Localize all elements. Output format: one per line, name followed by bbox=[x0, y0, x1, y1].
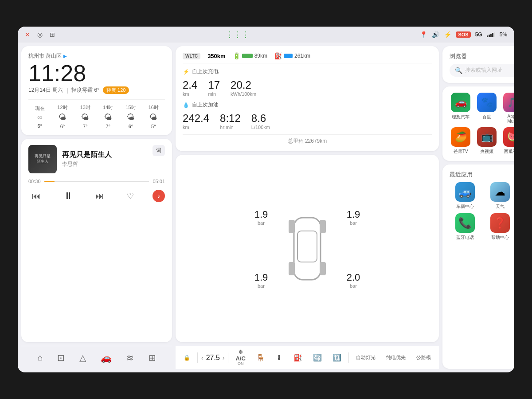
app-icon-status[interactable]: ⊞ bbox=[50, 31, 55, 38]
ac-box: ❄ A/C ON bbox=[235, 349, 245, 367]
seat-heat-control[interactable]: 🪑 bbox=[253, 352, 269, 364]
app-lixiang[interactable]: 🚗 理想汽车 bbox=[450, 93, 472, 124]
forecast-15: 15时 🌤 6° bbox=[119, 104, 142, 129]
nav-profile[interactable]: ≋ bbox=[121, 351, 139, 365]
fuel-distance: 242.4 km bbox=[183, 112, 209, 130]
weather-card: 杭州市 萧山区 ▶ 11:28 12月14日 周六 | 轻度雾霾 6° 轻度 1… bbox=[21, 46, 172, 135]
progress-row: 00:30 05:01 bbox=[28, 179, 165, 184]
sep3 bbox=[348, 352, 349, 363]
signal-bars bbox=[487, 32, 495, 37]
fuel-time: 8:12 hr:min bbox=[220, 112, 241, 130]
date-text: 12月14日 周六 bbox=[28, 86, 63, 94]
status-bar-right: 📍 🔊 ⚡ SOS 5G 5% bbox=[420, 31, 507, 38]
forecast-16: 16时 🌤 5° bbox=[142, 104, 165, 129]
bottom-nav: ⌂ ⊡ △ 🚗 ≋ ⊞ bbox=[21, 346, 172, 369]
forecast-now: 现在 ∞ 6° bbox=[28, 105, 51, 129]
total-time: 05:01 bbox=[153, 179, 165, 184]
drive-mode[interactable]: 🔃 bbox=[329, 352, 345, 364]
svg-rect-1 bbox=[297, 231, 317, 262]
ac-sub: ON bbox=[238, 362, 244, 366]
radio-icon[interactable]: ◎ bbox=[37, 31, 43, 38]
recent-icon-help: ❓ bbox=[490, 213, 510, 233]
app-icon-mango: 🥭 bbox=[451, 127, 470, 147]
music-top: 再见只是陌生人 再见只是陌生人 李思哲 词 bbox=[28, 145, 165, 173]
bluetooth-icon[interactable]: ⚡ bbox=[444, 31, 451, 38]
forecast-13: 13时 🌤 7° bbox=[74, 104, 97, 129]
recent-car[interactable]: 🚙 车辆中心 bbox=[450, 182, 481, 210]
road-mode-btn[interactable]: 公路模 bbox=[413, 352, 434, 363]
ev-range-row: WLTC 350km 🔋 89km ⛽ 261km bbox=[183, 52, 432, 63]
date-row: 12月14日 周六 | 轻度雾霾 6° 轻度 120 bbox=[28, 86, 165, 94]
auto-light-btn[interactable]: 自动灯光 bbox=[352, 352, 379, 363]
car-screen: ✕ ◎ ⊞ ⋮⋮⋮ 📍 🔊 ⚡ SOS 5G 5% bbox=[18, 27, 514, 372]
electric-stats-row: 2.4 km 17 min 20.2 kWh/100km bbox=[183, 79, 432, 97]
search-bar[interactable]: 🔍 搜索或输入网址 bbox=[450, 64, 514, 77]
recent-help[interactable]: ❓ 帮助中心 bbox=[485, 213, 514, 241]
temperature-control[interactable]: ‹ 27.5 › bbox=[201, 354, 224, 362]
seat-icon: 🪑 bbox=[256, 353, 265, 362]
progress-fill bbox=[44, 181, 55, 182]
forecast-row: 现在 ∞ 6° 12时 🌤 6° 13时 🌤 7° bbox=[28, 99, 165, 129]
tire-front-right: 1.9 bar bbox=[336, 209, 371, 226]
fuel-stats-row: 242.4 km 8:12 hr:min 8.6 L/100km bbox=[183, 112, 432, 130]
fuel-range-val: 261km bbox=[294, 53, 310, 59]
brake-control[interactable]: 🔄 bbox=[309, 352, 325, 364]
time-display: 11:28 bbox=[28, 62, 165, 85]
recent-weather[interactable]: ☁ 天气 bbox=[485, 182, 514, 210]
ac-control[interactable]: ❄ A/C ON bbox=[232, 347, 249, 368]
lightning-icon: ⚡ bbox=[183, 69, 189, 75]
temp-decrease[interactable]: ‹ bbox=[201, 354, 203, 361]
nav-screen[interactable]: ⊡ bbox=[52, 351, 70, 365]
condition-text: 轻度雾霾 6° bbox=[71, 86, 99, 94]
ac-label: A/C bbox=[235, 356, 245, 362]
app-cctv[interactable]: 📺 央视频 bbox=[476, 127, 498, 155]
pause-button[interactable]: ⏸ bbox=[60, 188, 77, 203]
netease-icon[interactable]: ♪ bbox=[153, 190, 165, 202]
electric-label: 自上次充电 bbox=[192, 68, 219, 75]
rear-defrost[interactable]: 🌡 bbox=[272, 352, 286, 364]
app-baidu[interactable]: 🐾 百度 bbox=[476, 93, 498, 124]
temp-increase[interactable]: › bbox=[223, 354, 225, 361]
right-panel: 浏览器 🔍 搜索或输入网址 🚗 理想汽车 🐾 百度 bbox=[442, 46, 514, 369]
fuel-door[interactable]: ⛽ bbox=[290, 352, 306, 364]
settings-icon[interactable]: ✕ bbox=[25, 31, 30, 38]
app-apple-music[interactable]: 🎵 Apple Music bbox=[502, 93, 514, 124]
progress-bar[interactable] bbox=[44, 181, 149, 182]
nav-apps[interactable]: ⊞ bbox=[143, 351, 161, 365]
app-mango[interactable]: 🥭 芒果TV bbox=[450, 127, 472, 155]
fuel-consumption: 8.6 L/100km bbox=[251, 112, 270, 130]
song-title: 再见只是陌生人 bbox=[62, 150, 147, 160]
app-icon-baidu: 🐾 bbox=[477, 93, 497, 112]
nav-home[interactable]: ⌂ bbox=[32, 351, 48, 364]
svg-rect-4 bbox=[289, 262, 295, 275]
lyrics-button[interactable]: 词 bbox=[153, 145, 165, 156]
next-button[interactable]: ⏭ bbox=[92, 189, 108, 203]
droplet-icon: 💧 bbox=[183, 102, 189, 108]
battery-percent: 5% bbox=[500, 31, 507, 38]
app-xigua[interactable]: 🍉 西瓜视频 bbox=[502, 127, 514, 155]
controls-row: ⏮ ⏸ ⏭ ♡ ♪ bbox=[28, 188, 165, 203]
like-button[interactable]: ♡ bbox=[123, 189, 137, 203]
ev-stats-card: WLTC 350km 🔋 89km ⛽ 261km ⚡ bbox=[176, 46, 439, 151]
network-label: 5G bbox=[475, 31, 482, 38]
nav-car[interactable]: 🚗 bbox=[95, 351, 117, 365]
car-svg bbox=[285, 209, 329, 289]
battery-range: 🔋 89km bbox=[233, 52, 267, 59]
app-icon-cctv: 📺 bbox=[477, 127, 497, 147]
control-bar: 🔒 ‹ 27.5 › ❄ A/C ON 🪑 bbox=[176, 346, 439, 369]
aqi-badge: 轻度 120 bbox=[103, 86, 129, 94]
pure-electric-btn[interactable]: 纯电优先 bbox=[383, 352, 409, 363]
svg-rect-5 bbox=[320, 262, 326, 275]
car-top-view bbox=[281, 209, 334, 289]
recent-phone[interactable]: 📞 蓝牙电话 bbox=[450, 213, 481, 241]
fuel-header: 💧 自上次加油 bbox=[183, 101, 432, 109]
sep1 bbox=[197, 352, 198, 363]
volume-icon[interactable]: 🔊 bbox=[432, 31, 439, 38]
prev-button[interactable]: ⏮ bbox=[28, 189, 44, 203]
recent-icon-phone: 📞 bbox=[455, 213, 475, 233]
sos-badge[interactable]: SOS bbox=[456, 31, 470, 38]
current-time: 00:30 bbox=[28, 179, 41, 184]
status-bar: ✕ ◎ ⊞ ⋮⋮⋮ 📍 🔊 ⚡ SOS 5G 5% bbox=[18, 27, 514, 43]
nav-navi[interactable]: △ bbox=[74, 351, 91, 365]
lock-control[interactable]: 🔒 bbox=[180, 353, 194, 363]
